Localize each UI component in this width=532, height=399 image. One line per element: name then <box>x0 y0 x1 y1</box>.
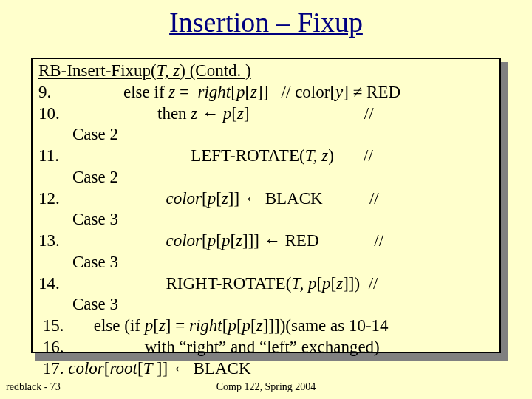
line-15: 15. else (if p[z] = right[p[p[z]]])(same… <box>38 316 494 337</box>
t: RB-Insert-Fixup( <box>38 61 157 80</box>
t: ) (Contd. ) <box>180 61 250 80</box>
t: T, z <box>157 61 180 80</box>
case-2a: Case 2 <box>38 124 494 146</box>
line-9: 9. else if z = right[p[z]] // color[y] ≠… <box>38 82 494 103</box>
line-12: 12. color[p[z]] ← BLACK // <box>38 188 494 210</box>
line-11: 11. LEFT-ROTATE(T, z) // <box>38 146 494 167</box>
codebox: RB-Insert-Fixup(T, z) (Contd. ) 9. else … <box>31 58 501 353</box>
line-14: 14. RIGHT-ROTATE(T, p[p[z]]) // <box>38 273 494 295</box>
case-3b: Case 3 <box>38 252 494 273</box>
case-3a: Case 3 <box>38 209 494 231</box>
case-3c: Case 3 <box>38 294 494 316</box>
algo-header: RB-Insert-Fixup(T, z) (Contd. ) <box>38 61 494 82</box>
line-16: 16. with “right” and “left” exchanged) <box>38 337 494 358</box>
case-2b: Case 2 <box>38 167 494 188</box>
line-13: 13. color[p[p[z]]] ← RED // <box>38 231 494 252</box>
footer-center: Comp 122, Spring 2004 <box>0 381 532 393</box>
slide-title: Insertion – Fixup <box>0 6 532 38</box>
line-10: 10. then z ← p[z] // <box>38 103 494 125</box>
line-17: 17. color[root[T ]] ← BLACK <box>38 358 494 380</box>
